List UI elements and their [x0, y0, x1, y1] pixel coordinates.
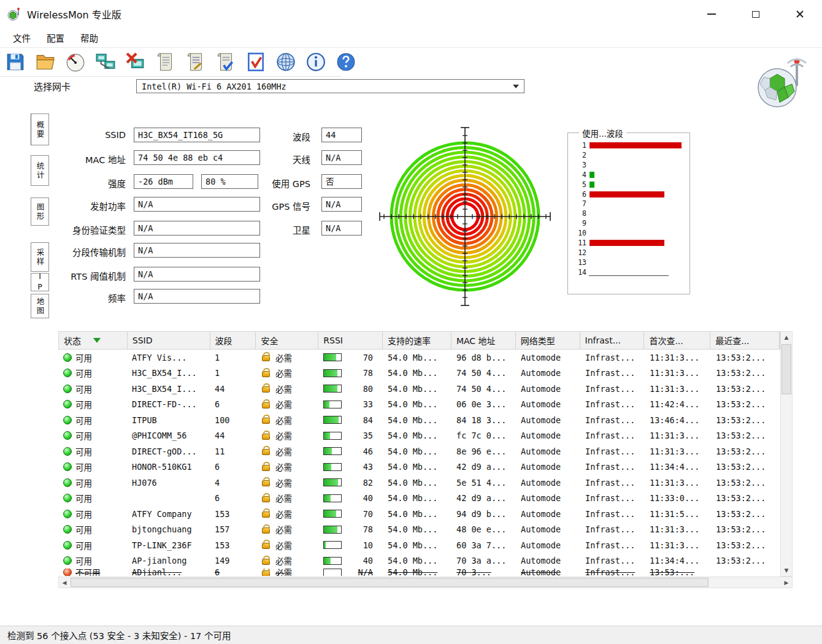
info-button[interactable]: [303, 49, 329, 75]
channel-value[interactable]: 44: [321, 128, 362, 142]
minimize-button[interactable]: [689, 0, 734, 28]
channel-usage-row: 6: [572, 190, 687, 199]
col-header-security[interactable]: 安全: [256, 332, 318, 349]
cell-rates: 54.0 Mb...: [383, 443, 451, 459]
menu-file[interactable]: 文件: [5, 29, 39, 47]
col-header-last-seen[interactable]: 最近查...: [710, 332, 780, 349]
scroll-right-button[interactable]: ▶: [781, 577, 792, 588]
table-row[interactable]: 可用bjtongchuang157必需7854.0 Mb...48 0e e..…: [58, 522, 780, 538]
table-row[interactable]: 可用DIRECT-gOD...11必需4654.0 Mb...8e 96 e..…: [58, 443, 780, 459]
table-row[interactable]: 可用DIRECT-FD-...6必需3354.0 Mb...06 0e 3...…: [58, 397, 780, 413]
adapter-select[interactable]: Intel(R) Wi-Fi 6 AX201 160MHz: [136, 79, 524, 93]
cell-network-type: Automode: [516, 412, 580, 428]
checklist-button[interactable]: [243, 49, 269, 75]
col-header-status[interactable]: 状态: [59, 332, 128, 349]
table-row[interactable]: 可用TP-LINK_236F153必需1054.0 Mb...60 3a 7..…: [58, 537, 780, 553]
menu-help[interactable]: 帮助: [72, 29, 106, 47]
col-header-rssi[interactable]: RSSI: [318, 332, 383, 349]
table-row[interactable]: 可用@PHICOMM_5644必需3554.0 Mb...fc 7c 0...A…: [58, 428, 780, 444]
scroll-left-button[interactable]: ◀: [59, 577, 70, 588]
frequency-value[interactable]: N/A: [134, 289, 260, 304]
network-adapters-button[interactable]: [93, 49, 118, 75]
table-row[interactable]: 可用HONOR-510KG16必需4354.0 Mb...42 d9 a...A…: [58, 459, 780, 475]
cell-security: 必需: [256, 506, 318, 522]
help-button[interactable]: [333, 49, 359, 75]
access-point-table: 状态SSID波段安全RSSI支持的速率MAC 地址网络类型Infrast...首…: [58, 331, 780, 576]
maximize-button[interactable]: [734, 0, 778, 28]
report-button[interactable]: [183, 49, 209, 75]
satellites-value[interactable]: N/A: [321, 221, 362, 236]
cell-rates: 54.0 Mb...: [383, 366, 451, 381]
globe-icon: [275, 52, 296, 72]
toolbar-divider: [0, 76, 341, 77]
horizontal-scrollbar[interactable]: ◀ ▶: [58, 577, 793, 588]
table-row[interactable]: 可用H3C_BX54_I...44必需8054.0 Mb...74 50 4..…: [58, 381, 780, 397]
cell-rates: 54.0 Mb...: [383, 412, 451, 428]
cell-rssi: 78: [318, 522, 383, 538]
table-row[interactable]: 可用AP-jianlong149必需4054.0 Mb...70 3a a...…: [58, 553, 780, 569]
table-row[interactable]: 可用ATFY Vis...1必需7054.0 Mb...96 d8 b...Au…: [58, 350, 780, 366]
filter-arrow-icon[interactable]: [93, 338, 101, 343]
adapter-label: 选择网卡: [34, 80, 71, 93]
menu-config[interactable]: 配置: [39, 29, 72, 47]
cell-infrastructure: Infrast...: [580, 366, 645, 381]
use-gps-value[interactable]: 否: [321, 174, 362, 189]
antenna-value[interactable]: N/A: [321, 150, 362, 165]
channel-usage-row: 2: [572, 150, 687, 160]
web-button[interactable]: [273, 49, 299, 75]
cell-mac: 5e 51 4...: [451, 475, 516, 491]
col-header-infrastructure[interactable]: Infrast...: [580, 332, 645, 349]
cell-status: 可用: [58, 350, 127, 366]
table-row[interactable]: 可用6必需4054.0 Mb...42 d9 a...AutomodeInfra…: [58, 491, 780, 507]
scroll-up-button[interactable]: ▲: [781, 332, 792, 343]
vertical-scroll-thumb[interactable]: [782, 344, 791, 394]
channel-usage-row: 7: [572, 199, 687, 209]
cell-status: 可用: [58, 381, 127, 397]
col-header-mac-address[interactable]: MAC 地址: [451, 332, 516, 349]
horizontal-scroll-thumb[interactable]: [71, 578, 709, 587]
cell-infrastructure: Infrast...: [580, 506, 645, 522]
cell-last-seen: 13:53:2...: [711, 553, 780, 569]
delete-data-button[interactable]: [123, 49, 148, 75]
table-header: 状态SSID波段安全RSSI支持的速率MAC 地址网络类型Infrast...首…: [58, 331, 780, 350]
gps-signal-value[interactable]: N/A: [321, 197, 362, 212]
export-log-button[interactable]: [153, 49, 179, 75]
cell-mac: 74 50 4...: [451, 381, 516, 397]
cell-last-seen: [711, 569, 780, 576]
rssi-bar: [323, 369, 342, 377]
table-row[interactable]: 可用HJ0764必需8254.0 Mb...5e 51 4...Automode…: [58, 475, 780, 491]
use-gps-label: 使用 GPS: [226, 177, 310, 190]
cell-mac: 48 0e e...: [451, 522, 516, 538]
tab-summary[interactable]: 概要: [31, 113, 49, 145]
cell-first-seen: 11:31:3...: [645, 350, 711, 366]
open-file-button[interactable]: [33, 49, 58, 75]
table-row[interactable]: 可用H3C_BX54_I...1必需7854.0 Mb...74 50 4...…: [58, 366, 780, 381]
status-available-icon: [63, 462, 72, 471]
rts-threshold-value[interactable]: N/A: [134, 267, 260, 282]
cell-security: 必需: [256, 428, 318, 444]
lock-icon: [262, 418, 270, 424]
gauge-button[interactable]: [63, 49, 88, 75]
save-button[interactable]: [2, 49, 28, 75]
cell-infrastructure: Infrast...: [580, 522, 645, 538]
col-header-band[interactable]: 波段: [210, 332, 256, 349]
col-header-network-type[interactable]: 网络类型: [516, 332, 580, 349]
vertical-scrollbar[interactable]: ▲ ▼: [780, 331, 793, 577]
cell-status: 可用: [58, 428, 127, 444]
close-button[interactable]: [778, 0, 822, 28]
table-row[interactable]: 可用ITPUB100必需8454.0 Mb...84 18 3...Automo…: [58, 412, 780, 428]
fragmentation-value[interactable]: N/A: [134, 243, 260, 258]
cell-infrastructure: Infrast...: [580, 350, 645, 366]
lock-icon: [262, 496, 270, 502]
cell-ssid: ATFY Vis...: [127, 350, 210, 366]
table-row[interactable]: 不可用ADjianl...6必需N/A54.0 Mb...70 3...Auto…: [58, 569, 780, 576]
col-header-ssid[interactable]: SSID: [128, 332, 210, 349]
lock-icon: [262, 543, 270, 549]
table-row[interactable]: 可用ATFY Company153必需7054.0 Mb...94 d9 b..…: [58, 506, 780, 522]
scroll-down-button[interactable]: ▼: [781, 565, 792, 576]
col-header-rates[interactable]: 支持的速率: [383, 332, 451, 349]
col-header-first-seen[interactable]: 首次查...: [644, 332, 710, 349]
status-available-icon: [63, 400, 72, 408]
signal-report-button[interactable]: [213, 49, 239, 75]
strength-value[interactable]: -26 dBm: [134, 174, 193, 189]
